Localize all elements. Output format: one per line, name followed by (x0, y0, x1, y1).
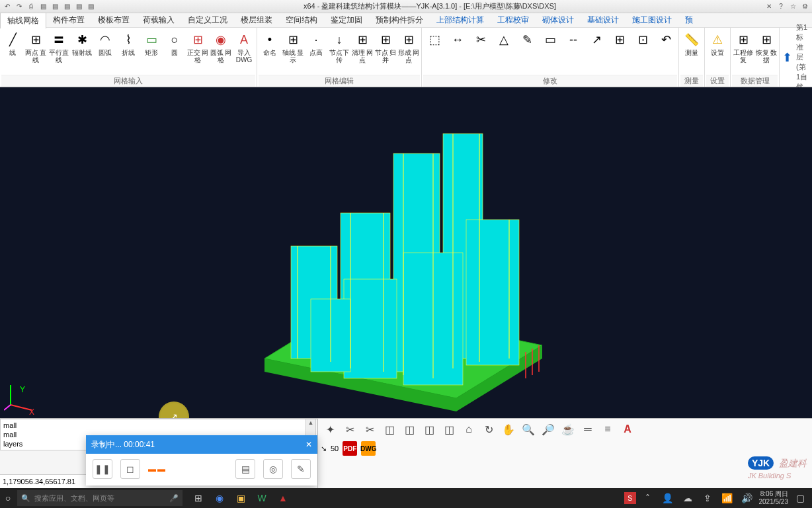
ribbon-item-1-0[interactable]: •命名 (259, 29, 281, 75)
menu-tab-9[interactable]: 上部结构计算 (430, 13, 491, 28)
tool-pan-icon[interactable]: ✋ (499, 420, 518, 439)
undo-icon[interactable]: ↶ (3, 2, 12, 11)
tool-teapot-icon[interactable]: ☕ (559, 420, 577, 439)
ribbon-item-0-9[interactable]: ◉圆弧 网格 (210, 29, 232, 75)
ribbon-item-0-10[interactable]: A导入 DWG (233, 29, 255, 75)
tool-icon[interactable]: ✕ (764, 2, 774, 11)
tool-box3-icon[interactable]: ◫ (420, 420, 438, 439)
explorer-icon[interactable]: ▣ (233, 490, 249, 506)
cloud-icon[interactable]: ☁ (680, 490, 696, 506)
save-icon[interactable]: ▤ (38, 2, 48, 11)
ribbon-item-2-9[interactable]: ⊡ (631, 29, 654, 75)
menu-tab-14[interactable]: 预 (678, 13, 700, 28)
tool-box1-icon[interactable]: ◫ (380, 420, 399, 439)
dwg-icon[interactable]: DWG (361, 441, 376, 456)
windows-taskbar[interactable]: ○ 🔍 搜索应用、文档、网页等 🎤 ⊞ ◉ ▣ W ▲ S ˄ 👤 ☁ ⇪ 📶 … (0, 488, 812, 508)
tool-text-icon[interactable]: A (618, 420, 637, 439)
ribbon-item-0-3[interactable]: ✱辐射线 (71, 29, 93, 75)
pdf-icon[interactable]: PDF (343, 441, 357, 456)
stop-button[interactable]: ◻ (120, 459, 140, 479)
ribbon-item-1-6[interactable]: ⊞形成 网点 (397, 29, 420, 75)
ribbon-item-0-5[interactable]: ⌇折线 (117, 29, 140, 75)
tool-zoomin-icon[interactable]: 🔍 (519, 420, 538, 439)
menu-tab-13[interactable]: 施工图设计 (626, 13, 678, 28)
pen-button[interactable]: ✎ (291, 459, 311, 479)
ribbon-item-2-4[interactable]: ✎ (516, 29, 538, 75)
mic-icon[interactable]: 🎤 (169, 494, 179, 503)
print-icon[interactable]: ⎙ (26, 2, 36, 11)
taskview-icon[interactable]: ⊞ (190, 490, 206, 506)
menu-tab-0[interactable]: 轴线网格 (0, 13, 46, 28)
menu-tab-8[interactable]: 预制构件拆分 (369, 13, 430, 28)
chrome-icon[interactable]: ◉ (212, 490, 227, 506)
ribbon-item-0-6[interactable]: ▭矩形 (140, 29, 163, 75)
tool-cut1-icon[interactable]: ✂ (341, 420, 359, 439)
ribbon-item-0-0[interactable]: ╱线 (1, 29, 24, 75)
menu-tab-5[interactable]: 楼层组装 (234, 13, 279, 28)
ribbon-item-2-0[interactable]: ⬚ (423, 29, 446, 75)
notifications-icon[interactable]: ▢ (792, 490, 808, 506)
wifi-icon[interactable]: 📶 (719, 490, 735, 506)
pause-button[interactable]: ❚❚ (93, 459, 112, 479)
menu-tab-10[interactable]: 工程校审 (491, 13, 536, 28)
recorder-header[interactable]: 录制中... 00:00:41 ✕ (86, 435, 317, 454)
ribbon-item-1-3[interactable]: ↓节点下传 (328, 29, 350, 75)
menu-tab-3[interactable]: 荷载输入 (136, 13, 181, 28)
tool-box2-icon[interactable]: ◫ (400, 420, 419, 439)
taskbar-search[interactable]: 🔍 搜索应用、文档、网页等 🎤 (17, 490, 183, 506)
ribbon-item-0-2[interactable]: 〓平行直线 (48, 29, 70, 75)
menu-tab-11[interactable]: 砌体设计 (536, 13, 581, 28)
tool-ruler-icon[interactable]: ═ (579, 420, 597, 439)
tool-cut2-icon[interactable]: ✂ (360, 420, 379, 439)
tool-box4-icon[interactable]: ◫ (440, 420, 458, 439)
ribbon-item-0-1[interactable]: ⊞两点 直线 (24, 29, 47, 75)
ribbon-item-5-1[interactable]: ⊞恢复 数据 (755, 29, 778, 75)
tool-home-icon[interactable]: ⌂ (460, 420, 478, 439)
arrow-icon[interactable]: ↘ (321, 444, 327, 453)
volume-icon[interactable]: 🔊 (739, 490, 755, 506)
menu-tab-7[interactable]: 鉴定加固 (324, 13, 369, 28)
ribbon-item-2-6[interactable]: -- (562, 29, 585, 75)
ribbon-item-2-10[interactable]: ↶ (655, 29, 677, 75)
tool-wand-icon[interactable]: ✦ (321, 420, 339, 439)
ribbon-item-1-2[interactable]: ·点高 (305, 29, 327, 75)
doc3-icon[interactable]: ▤ (74, 2, 83, 11)
ribbon-item-0-8[interactable]: ⊞正交 网格 (186, 29, 209, 75)
yjk-app-icon[interactable]: W (254, 490, 270, 506)
menu-tab-2[interactable]: 楼板布置 (91, 13, 136, 28)
doc4-icon[interactable]: ▤ (86, 2, 95, 11)
ribbon-item-4-0[interactable]: ⚠设置 (706, 29, 729, 75)
usb-icon[interactable]: ⇪ (700, 490, 715, 506)
layer-selector[interactable]: ⬆第1标准层 (第1自然 (780, 28, 812, 87)
doc2-icon[interactable]: ▤ (62, 2, 71, 11)
gear-icon[interactable]: ⚙ (800, 2, 809, 11)
people-icon[interactable]: 👤 (660, 490, 676, 506)
ribbon-item-2-2[interactable]: ✂ (469, 29, 492, 75)
ribbon-item-1-1[interactable]: ⊞轴线 显示 (282, 29, 304, 75)
ribbon-item-2-7[interactable]: ↗ (585, 29, 608, 75)
cortana-icon[interactable]: ○ (0, 490, 16, 506)
ribbon-item-1-4[interactable]: ⊞清理 网点 (351, 29, 374, 75)
ribbon-item-2-3[interactable]: △ (493, 29, 515, 75)
note-button[interactable]: ▤ (235, 459, 255, 479)
input-icon[interactable]: S (624, 492, 636, 504)
recorder-close-icon[interactable]: ✕ (305, 440, 312, 449)
tool-zoomout-icon[interactable]: 🔎 (539, 420, 557, 439)
marker-button[interactable]: ◎ (263, 459, 283, 479)
screen-recorder[interactable]: 录制中... 00:00:41 ✕ ❚❚ ◻ ▬▬ ▤ ◎ ✎ (86, 435, 317, 486)
tool-layers-icon[interactable]: ≡ (598, 420, 617, 439)
ribbon-item-0-4[interactable]: ◠圆弧 (94, 29, 116, 75)
tray-up-icon[interactable]: ˄ (640, 490, 656, 506)
doc1-icon[interactable]: ▤ (50, 2, 60, 11)
ribbon-item-1-5[interactable]: ⊞节点 归并 (374, 29, 397, 75)
menu-tab-1[interactable]: 构件布置 (46, 13, 91, 28)
ribbon-item-2-5[interactable]: ▭ (539, 29, 561, 75)
taskbar-clock[interactable]: 8:06 周日 2021/5/23 (759, 490, 789, 506)
pdf-app-icon[interactable]: ▲ (275, 490, 291, 506)
ribbon-item-2-8[interactable]: ⊞ (608, 29, 631, 75)
ribbon-item-3-0[interactable]: 📏测量 (680, 29, 703, 75)
star-icon[interactable]: ☆ (788, 2, 797, 11)
viewport-3d[interactable]: Y X (0, 87, 812, 418)
menu-tab-6[interactable]: 空间结构 (279, 13, 324, 28)
ribbon-item-5-0[interactable]: ⊞工程修复 (732, 29, 754, 75)
